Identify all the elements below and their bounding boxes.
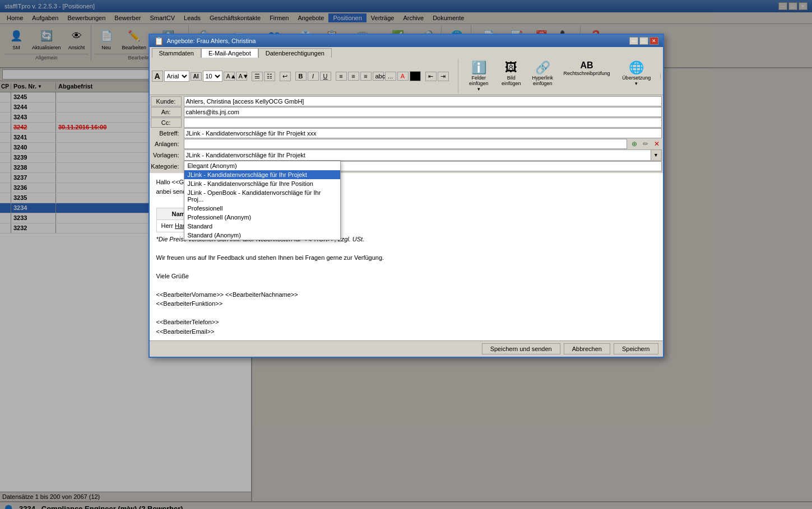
kunde-row: Kunde: bbox=[151, 96, 662, 106]
more-btn[interactable]: ... bbox=[385, 72, 396, 81]
betreff-input[interactable] bbox=[184, 128, 662, 138]
align-right-btn[interactable]: ≡ bbox=[360, 72, 372, 81]
font-size-small-btn[interactable]: AI bbox=[191, 72, 202, 81]
modal-minimize-btn[interactable]: ─ bbox=[629, 37, 638, 45]
vorlage-option-standard[interactable]: Standard bbox=[184, 222, 340, 231]
betreff-label: Betreff: bbox=[151, 130, 182, 137]
vorlage-dropdown-arrow[interactable]: ▼ bbox=[651, 150, 662, 161]
anlagen-input[interactable] bbox=[184, 139, 627, 149]
speichern-senden-btn[interactable]: Speichern und senden bbox=[482, 343, 560, 354]
vorlage-select[interactable]: JLink - Kandidatenvorschläge für Ihr Pro… bbox=[184, 150, 662, 161]
modal-close-btn[interactable]: ✕ bbox=[649, 37, 658, 45]
bild-icon: 🖼 bbox=[505, 60, 517, 75]
vorlage-container: JLink - Kandidatenvorschläge für Ihr Pro… bbox=[184, 150, 662, 161]
rechtschreibpruefung-btn[interactable]: AB Rechtschreibprüfung bbox=[560, 59, 614, 94]
modal-maximize-btn[interactable]: □ bbox=[639, 37, 648, 45]
indent-btn[interactable]: ⇤ bbox=[425, 72, 437, 81]
shrink-font-btn[interactable]: A▼ bbox=[236, 72, 247, 81]
vorlage-dropdown-list[interactable]: Elegant (Anonym) JLink - Kandidatenvorsc… bbox=[184, 161, 341, 240]
feedback-text: Wir freuen uns auf Ihr Feedback und steh… bbox=[156, 253, 656, 263]
uebersetzung-label: Übersetzung ▾ bbox=[621, 75, 652, 86]
bild-einfuegen-btn[interactable]: 🖼 Bildeinfügen bbox=[497, 59, 526, 94]
vorlage-option-standard-anonym[interactable]: Standard (Anonym) bbox=[184, 231, 340, 240]
felder-label: Feldereinfügen ▾ bbox=[468, 75, 490, 92]
vorlage-option-jlink-projekt[interactable]: JLink - Kandidatenvorschläge für Ihr Pro… bbox=[184, 170, 340, 179]
bg-color-btn[interactable] bbox=[410, 71, 421, 81]
hyperlink-icon: 🔗 bbox=[535, 60, 550, 75]
kunde-input[interactable] bbox=[184, 96, 662, 106]
font-size-large-btn[interactable]: A bbox=[152, 71, 163, 82]
signature-contact: <<BearbeiterTelefon>> <<BearbeiterEmail>… bbox=[156, 317, 656, 336]
modal-title-bar: 📋 Angebote: Frau Ahlers, Christina ─ □ ✕ bbox=[150, 35, 663, 47]
modal-tab-datenberechtigungen[interactable]: Datenberechtigungen bbox=[258, 48, 332, 58]
modal-tabs: Stammdaten E-Mail-Angebot Datenberechtig… bbox=[150, 47, 663, 58]
vorlage-option-jlink-openbook[interactable]: JLink - OpenBook - Kandidatenvorschläge … bbox=[184, 188, 340, 204]
align-left-btn[interactable]: ≡ bbox=[336, 72, 347, 81]
grow-font-btn[interactable]: A▲ bbox=[224, 72, 235, 81]
email-fields: Kunde: An: Cc: Betreff: Anlagen: bbox=[150, 95, 663, 173]
modal-controls: ─ □ ✕ bbox=[629, 37, 658, 45]
gruss-text: Viele Grüße bbox=[156, 272, 656, 281]
modal-tab-stammdaten[interactable]: Stammdaten bbox=[152, 48, 201, 58]
rechtschreib-label: Rechtschreibprüfung bbox=[563, 71, 610, 76]
uebersetzung-icon: 🌐 bbox=[629, 60, 644, 75]
vorlage-option-professionell-anonym[interactable]: Professionell (Anonym) bbox=[184, 213, 340, 222]
anlagen-label: Anlagen: bbox=[151, 141, 182, 147]
hyperlink-label: Hyperlinkeinfügen bbox=[532, 75, 554, 86]
align-center-btn[interactable]: ≡ bbox=[348, 72, 359, 81]
anlagen-add-btn[interactable]: ⊕ bbox=[629, 139, 639, 149]
font-size-select[interactable]: 10 bbox=[203, 71, 222, 82]
kategorie-label: Kategorie: bbox=[151, 163, 182, 170]
cc-row: Cc: bbox=[151, 118, 662, 128]
felder-einfuegen-btn[interactable]: ℹ️ Feldereinfügen ▾ bbox=[463, 59, 495, 94]
modal-overlay: 📋 Angebote: Frau Ahlers, Christina ─ □ ✕… bbox=[0, 0, 812, 509]
felder-icon: ℹ️ bbox=[471, 60, 486, 75]
anlagen-del-btn[interactable]: ✕ bbox=[652, 139, 662, 149]
betreff-row: Betreff: bbox=[151, 128, 662, 138]
anlagen-edit-btn[interactable]: ✏ bbox=[641, 139, 651, 149]
modal-footer: Speichern und senden Abbrechen Speichern bbox=[150, 340, 663, 357]
an-row: An: bbox=[151, 107, 662, 117]
cc-btn[interactable]: Cc: bbox=[151, 118, 182, 128]
vorlage-option-professionell[interactable]: Professionell bbox=[184, 204, 340, 213]
modal-tab-email-angebot[interactable]: E-Mail-Angebot bbox=[201, 48, 258, 58]
bild-label: Bildeinfügen bbox=[502, 75, 521, 86]
cc-input[interactable] bbox=[184, 118, 662, 128]
list-ol-btn[interactable]: ☷ bbox=[264, 72, 275, 81]
rechtschreib-icon: AB bbox=[580, 60, 593, 71]
speichern-btn[interactable]: Speichern bbox=[614, 343, 658, 354]
vorlagen-row: Vorlagen: JLink - Kandidatenvorschläge f… bbox=[151, 150, 662, 161]
email-format-toolbar: A Arial AI 10 A▲ A▼ ☰ ☷ ↩ B I U bbox=[150, 58, 663, 95]
vorlage-option-elegant[interactable]: Elegant (Anonym) bbox=[184, 161, 340, 170]
font-name-select[interactable]: Arial bbox=[164, 71, 189, 82]
angebote-modal: 📋 Angebote: Frau Ahlers, Christina ─ □ ✕… bbox=[149, 34, 664, 358]
format-right-buttons: ℹ️ Feldereinfügen ▾ 🖼 Bildeinfügen 🔗 Hyp… bbox=[458, 59, 657, 94]
italic-btn[interactable]: I bbox=[308, 72, 319, 81]
vorlagen-label: Vorlagen: bbox=[151, 152, 182, 158]
email-form: A Arial AI 10 A▲ A▼ ☰ ☷ ↩ B I U bbox=[150, 58, 663, 340]
font-color-btn[interactable]: A bbox=[397, 72, 409, 81]
an-input[interactable] bbox=[184, 107, 662, 117]
signature-name: <<BearbeiterVorname>> <<BearbeiterNachna… bbox=[156, 290, 656, 309]
list-ul-btn[interactable]: ☰ bbox=[252, 72, 263, 81]
underline-btn[interactable]: U bbox=[320, 72, 331, 81]
highlight-btn[interactable]: abc bbox=[373, 72, 384, 81]
uebersetzung-btn[interactable]: 🌐 Übersetzung ▾ bbox=[616, 59, 657, 94]
abbrechen-btn[interactable]: Abbrechen bbox=[564, 343, 610, 354]
hyperlink-einfuegen-btn[interactable]: 🔗 Hyperlinkeinfügen bbox=[528, 59, 558, 94]
anlagen-icons: ⊕ ✏ ✕ bbox=[629, 139, 662, 149]
modal-title: Angebote: Frau Ahlers, Christina bbox=[167, 38, 256, 44]
an-btn[interactable]: An: bbox=[151, 107, 182, 117]
outdent-btn[interactable]: ⇥ bbox=[438, 72, 449, 81]
undo-btn[interactable]: ↩ bbox=[280, 72, 291, 81]
modal-title-icon: 📋 bbox=[154, 36, 164, 45]
vorlage-option-jlink-position[interactable]: JLink - Kandidatenvorschläge für Ihre Po… bbox=[184, 179, 340, 188]
bold-btn[interactable]: B bbox=[295, 72, 307, 81]
anlagen-row: Anlagen: ⊕ ✏ ✕ bbox=[151, 139, 662, 149]
kunde-btn[interactable]: Kunde: bbox=[151, 96, 182, 106]
adds-label: Adds bbox=[660, 73, 662, 79]
